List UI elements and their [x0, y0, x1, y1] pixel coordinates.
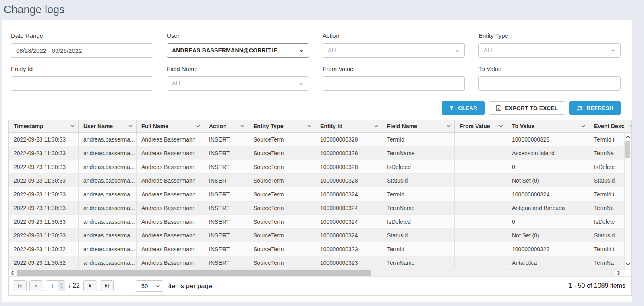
chevron-down-icon — [299, 82, 304, 85]
entity-id-label: Entity Id — [11, 65, 153, 72]
table-row: 2022-09-23 11:30:33andreas.basserma...An… — [9, 133, 631, 146]
pager: 1 / 22 50 items per page 1 - 50 of 108 — [9, 277, 631, 295]
table-cell: INSERT — [204, 133, 248, 146]
table-cell: andreas.basserma... — [79, 174, 137, 187]
table-header-row: TimestampUser NameFull NameActionEntity … — [9, 120, 631, 133]
column-menu-chevron-icon[interactable] — [447, 125, 451, 127]
refresh-button[interactable]: REFRESH — [569, 101, 621, 115]
column-header-entity-id[interactable]: Entity Id — [315, 120, 382, 132]
table-cell: Andreas Bassermann — [137, 174, 204, 187]
entity-type-dropdown[interactable]: ALL — [478, 43, 621, 58]
page-number-input[interactable]: 1 — [46, 280, 65, 291]
column-menu-chevron-icon[interactable] — [374, 125, 378, 127]
pager-next-button[interactable] — [83, 280, 97, 291]
h-scroll-track[interactable] — [16, 270, 615, 276]
column-header-timestamp[interactable]: Timestamp — [9, 120, 79, 132]
page-title: Change logs — [0, 0, 644, 20]
pager-last-button[interactable] — [100, 280, 114, 291]
page-number-value[interactable]: 1 — [46, 281, 58, 291]
column-menu-chevron-icon[interactable] — [128, 125, 133, 127]
entity-id-input[interactable] — [11, 76, 153, 91]
column-header-field-name[interactable]: Field Name — [382, 120, 455, 132]
column-header-event-desc[interactable]: Event Desc — [589, 120, 631, 132]
items-per-page-label: items per page — [168, 282, 212, 290]
page-size-value: 50 — [141, 283, 148, 289]
table-cell: INSERT — [204, 256, 248, 269]
user-dropdown[interactable]: ANDREAS.BASSERMANN@CORRIT.IE — [167, 43, 309, 58]
column-header-to-value[interactable]: To Value — [507, 120, 589, 132]
scroll-down-icon[interactable] — [625, 261, 631, 267]
column-menu-chevron-icon[interactable] — [307, 125, 311, 127]
column-menu-chevron-icon[interactable] — [70, 125, 75, 127]
clear-button[interactable]: CLEAR — [442, 101, 485, 115]
to-value-input[interactable] — [478, 76, 621, 91]
h-scroll-thumb[interactable] — [17, 270, 371, 276]
column-header-label: Full Name — [141, 123, 168, 129]
column-menu-chevron-icon[interactable] — [196, 125, 200, 127]
table-cell: 100000000323 — [315, 242, 382, 256]
field-name-dropdown[interactable]: ALL — [167, 76, 309, 91]
column-menu-chevron-icon[interactable] — [240, 125, 244, 127]
table-cell — [455, 242, 507, 256]
table-cell — [455, 146, 507, 160]
table-cell — [455, 187, 507, 201]
scroll-left-icon[interactable] — [9, 270, 16, 277]
table-cell: IsDeleted — [382, 160, 455, 173]
table-cell: TermId — [382, 133, 455, 146]
table-cell: andreas.basserma... — [79, 187, 137, 201]
filter-entity-type: Entity Type ALL — [478, 32, 621, 58]
column-menu-chevron-icon[interactable] — [581, 125, 585, 127]
pager-first-button[interactable] — [13, 280, 27, 291]
table-row: 2022-09-23 11:30:32andreas.basserma...An… — [9, 256, 631, 270]
table-cell: 100000000323 — [315, 256, 382, 269]
column-header-full-name[interactable]: Full Name — [137, 120, 204, 132]
action-value: ALL — [328, 47, 338, 54]
filter-to-value: To Value — [478, 65, 621, 91]
table-cell: 100000000324 — [315, 229, 382, 242]
filter-from-value: From Value — [323, 65, 465, 91]
column-menu-chevron-icon[interactable] — [630, 125, 631, 127]
page-spinner[interactable] — [58, 281, 65, 291]
pager-prev-button[interactable] — [29, 280, 43, 291]
scroll-up-icon[interactable] — [625, 134, 631, 140]
date-range-input[interactable]: 08/28/2022 - 09/26/2022 — [11, 43, 153, 58]
page-total: / 22 — [69, 282, 80, 289]
page-size-select[interactable]: 50 — [135, 280, 164, 292]
h-scrollbar[interactable] — [9, 270, 631, 277]
table-cell — [455, 133, 507, 146]
table-cell: Andreas Bassermann — [137, 133, 204, 146]
table-cell — [455, 160, 507, 173]
table-cell: 100000000324 — [315, 215, 382, 228]
column-header-label: From Value — [460, 123, 490, 129]
v-scrollbar[interactable] — [624, 133, 631, 270]
column-header-entity-type[interactable]: Entity Type — [248, 120, 315, 132]
table-cell: Ascension Island — [507, 146, 589, 160]
action-dropdown[interactable]: ALL — [323, 43, 465, 58]
table-cell: Not Set (0) — [507, 174, 589, 187]
table-cell — [455, 215, 507, 228]
column-header-action[interactable]: Action — [204, 120, 248, 132]
column-header-from-value[interactable]: From Value — [455, 120, 507, 132]
table-cell: 2022-09-23 11:30:32 — [9, 256, 79, 269]
table-cell: TermId — [382, 242, 455, 256]
table-cell: IsDeleted — [382, 215, 455, 228]
table-cell: 100000000328 — [315, 160, 382, 173]
from-value-input[interactable] — [323, 76, 465, 91]
v-scroll-thumb[interactable] — [625, 141, 630, 158]
table-cell: SourceTerm — [248, 229, 315, 242]
toolbar: CLEAR EXPORT TO EXCEL REFRESH — [2, 101, 621, 115]
table-cell: andreas.basserma... — [79, 215, 137, 228]
table-cell: SourceTerm — [248, 160, 315, 173]
to-value-label: To Value — [478, 65, 621, 72]
table-cell: Andreas Bassermann — [137, 229, 204, 242]
column-menu-chevron-icon[interactable] — [499, 125, 503, 127]
table-cell: StatusId — [382, 174, 455, 187]
table-cell: 100000000324 — [315, 201, 382, 214]
table-cell: 100000000324 — [507, 187, 589, 201]
column-header-user-name[interactable]: User Name — [79, 120, 137, 132]
export-to-excel-button[interactable]: EXPORT TO EXCEL — [489, 101, 565, 115]
table-cell: Andreas Bassermann — [137, 201, 204, 214]
table-cell: andreas.basserma... — [79, 146, 137, 160]
date-range-value: 08/28/2022 - 09/26/2022 — [16, 47, 82, 54]
scroll-right-icon[interactable] — [615, 270, 622, 277]
